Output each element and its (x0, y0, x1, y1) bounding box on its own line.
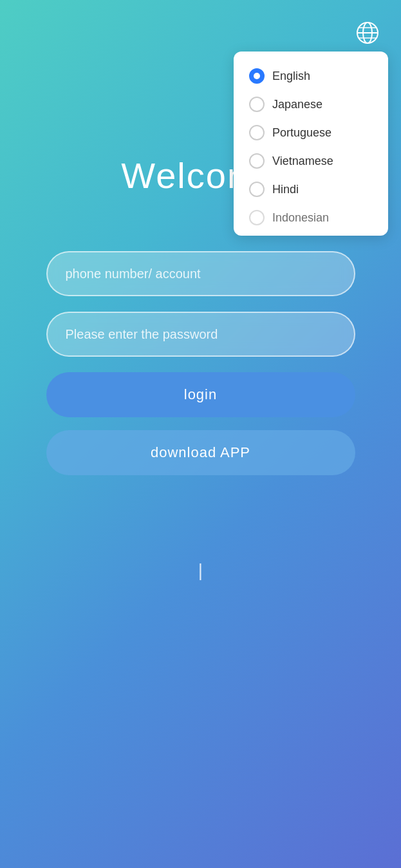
language-item-japanese[interactable]: Japanese (249, 90, 373, 118)
language-item-hindi[interactable]: Hindi (249, 175, 373, 203)
divider: | (198, 560, 203, 581)
language-item-portuguese[interactable]: Portuguese (249, 118, 373, 147)
language-item-vietnamese[interactable]: Vietnamese (249, 147, 373, 175)
radio-indonesian (249, 210, 265, 225)
radio-english (249, 68, 265, 84)
language-label-indonesian: Indonesian (272, 211, 329, 225)
language-dropdown: English Japanese Portuguese Vietnamese H… (234, 52, 388, 236)
globe-button[interactable] (353, 19, 382, 48)
radio-portuguese (249, 125, 265, 140)
login-button[interactable]: login (46, 372, 355, 417)
login-form: login download APP (46, 251, 355, 475)
language-label-vietnamese: Vietnamese (272, 155, 333, 168)
language-item-indonesian[interactable]: Indonesian (249, 203, 373, 225)
language-label-hindi: Hindi (272, 183, 299, 196)
language-item-english[interactable]: English (249, 62, 373, 90)
language-label-japanese: Japanese (272, 98, 322, 111)
language-label-english: English (272, 70, 310, 83)
radio-vietnamese (249, 153, 265, 169)
phone-input[interactable] (46, 251, 355, 296)
language-label-portuguese: Portuguese (272, 126, 331, 140)
download-app-button[interactable]: download APP (46, 430, 355, 475)
radio-hindi (249, 182, 265, 197)
globe-icon (356, 21, 379, 46)
password-input[interactable] (46, 312, 355, 357)
radio-japanese (249, 97, 265, 112)
